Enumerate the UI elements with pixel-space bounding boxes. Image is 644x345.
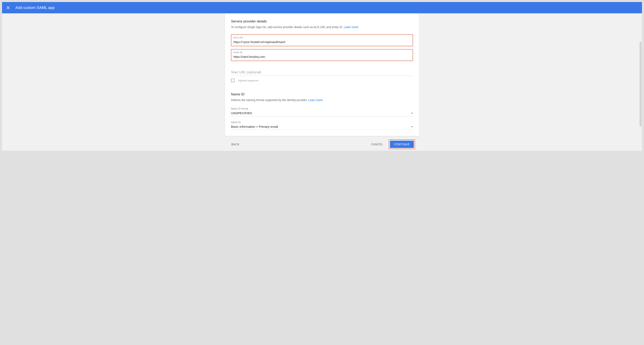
section-desc-text: To configure Single Sign-On, add service… (231, 25, 344, 29)
content-area: Service provider details To configure Si… (2, 13, 642, 151)
name-id-format-select[interactable]: UNSPECIFIED (231, 111, 413, 116)
name-id-format-field: Name ID format UNSPECIFIED (231, 107, 413, 116)
acs-url-label: ACS URL (234, 36, 410, 39)
signed-response-label: Signed response (238, 79, 258, 82)
section-heading-service-provider: Service provider details (231, 19, 413, 23)
start-url-input[interactable] (231, 69, 413, 76)
chevron-down-icon (411, 113, 413, 114)
section-desc-service-provider: To configure Single Sign-On, add service… (231, 25, 413, 29)
cancel-button[interactable]: CANCEL (368, 141, 386, 148)
footer-bar: BACK CANCEL CONTINUE (2, 138, 642, 151)
dialog-header: Add custom SAML app (2, 2, 642, 13)
name-id-format-value: UNSPECIFIED (231, 111, 252, 115)
back-button[interactable]: BACK (229, 141, 242, 148)
name-id-format-label: Name ID format (231, 107, 413, 110)
name-id-label: Name ID (231, 121, 413, 124)
name-id-select[interactable]: Basic Information > Primary email (231, 125, 413, 130)
signed-response-checkbox[interactable] (231, 79, 234, 82)
dialog-title: Add custom SAML app (15, 5, 54, 10)
entity-id-field-highlight: Entity ID (231, 49, 413, 61)
entity-id-label: Entity ID (234, 51, 410, 53)
form-card: Service provider details To configure Si… (225, 13, 419, 136)
section-heading-name-id: Name ID (231, 92, 413, 96)
dialog-container: Add custom SAML app Service provider det… (2, 2, 642, 151)
continue-button[interactable]: CONTINUE (390, 141, 414, 148)
entity-id-input[interactable] (234, 54, 410, 60)
continue-button-highlight: CONTINUE (389, 139, 415, 149)
acs-url-field-highlight: ACS URL (231, 34, 413, 46)
name-id-field: Name ID Basic Information > Primary emai… (231, 121, 413, 130)
learn-more-link-name-id[interactable]: Learn more (308, 98, 323, 102)
section-desc-name-id: Defines the naming format supported by t… (231, 98, 413, 102)
footer-right-buttons: CANCEL CONTINUE (368, 139, 415, 149)
close-icon[interactable] (6, 5, 10, 10)
name-id-value: Basic Information > Primary email (231, 125, 278, 129)
chevron-down-icon (411, 126, 413, 127)
scrollbar-thumb[interactable] (640, 42, 642, 126)
section-desc-name-id-text: Defines the naming format supported by t… (231, 98, 308, 102)
acs-url-input[interactable] (234, 40, 410, 45)
signed-response-row: Signed response (231, 79, 413, 82)
start-url-field (231, 69, 413, 76)
learn-more-link[interactable]: Learn more (344, 25, 358, 29)
